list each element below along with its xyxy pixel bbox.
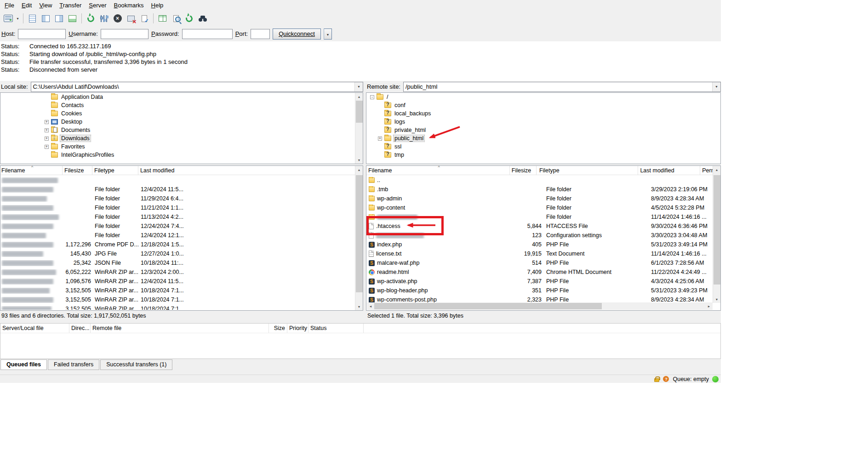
scroll-left-icon[interactable] xyxy=(367,302,374,310)
scroll-down-icon[interactable] xyxy=(355,303,363,310)
toggle-transfer-queue-button[interactable] xyxy=(66,12,79,24)
column-header-remote-file[interactable]: Remote file xyxy=(91,324,269,333)
vertical-scrollbar[interactable] xyxy=(355,166,363,310)
file-row[interactable]: wp-comments-post.php 2,323 PHP File 8/9/… xyxy=(367,295,713,302)
file-row[interactable]: wp-activate.php 7,387 PHP File 4/3/2024 … xyxy=(367,277,713,286)
queue-tab[interactable]: Successful transfers (1) xyxy=(100,359,172,370)
tree-item[interactable]: tmp xyxy=(366,151,720,159)
file-row[interactable]: File folder 11/21/2024 1:1... xyxy=(1,203,355,212)
file-row[interactable]: wp-admin File folder 8/9/2023 4:28:34 AM… xyxy=(367,194,713,203)
column-header-last-modified[interactable]: Last modified xyxy=(638,166,700,175)
file-row[interactable] xyxy=(1,176,355,185)
file-row[interactable]: index.php 405 PHP File 5/31/2023 3:49:14… xyxy=(367,240,713,249)
tree-item[interactable]: conf xyxy=(366,101,720,109)
tree-item[interactable]: IntelGraphicsProfiles xyxy=(0,151,363,159)
column-header-filename[interactable]: Filename xyxy=(366,166,510,175)
menu-item[interactable]: Help xyxy=(148,0,167,10)
scroll-up-icon[interactable] xyxy=(355,93,363,100)
column-header-server-local-file[interactable]: Server/Local file xyxy=(0,324,69,333)
local-site-combobox[interactable]: C:\Users\Abdul Latif\Downloads\ xyxy=(31,82,363,92)
file-row[interactable]: license.txt 19,915 Text Document 11/14/2… xyxy=(367,249,713,258)
expander-icon[interactable]: + xyxy=(45,120,49,124)
file-row[interactable]: malcare-waf.php 514 PHP File 6/1/2023 7:… xyxy=(367,258,713,267)
vertical-scrollbar[interactable] xyxy=(713,166,720,303)
tree-item[interactable]: private_html xyxy=(366,126,720,134)
chevron-down-icon[interactable] xyxy=(712,82,720,91)
horizontal-scrollbar[interactable] xyxy=(367,302,713,310)
expander-icon[interactable]: + xyxy=(45,128,49,132)
quickconnect-dropdown-icon[interactable] xyxy=(324,28,332,40)
menu-item[interactable]: File xyxy=(1,0,18,10)
file-row[interactable]: 3,152,505 WinRAR ZIP ar 10/18/2024 7:1 xyxy=(1,304,355,310)
toggle-message-log-button[interactable] xyxy=(26,12,39,24)
host-input[interactable] xyxy=(18,29,66,39)
scrollbar-thumb[interactable] xyxy=(356,175,363,292)
expander-icon[interactable]: - xyxy=(370,95,374,99)
file-row[interactable]: File folder 12/4/2024 11:5... xyxy=(1,185,355,194)
tree-item[interactable]: Contacts xyxy=(0,101,363,109)
tree-item[interactable]: + public_html xyxy=(366,134,720,142)
scroll-down-icon[interactable] xyxy=(355,156,363,164)
tree-item[interactable]: ssl xyxy=(366,142,720,151)
file-row[interactable]: 1,172,296 Chrome PDF D... 12/18/2024 1:5… xyxy=(1,240,355,249)
file-row[interactable]: 6,052,222 WinRAR ZIP ar... 12/3/2024 2:0… xyxy=(1,267,355,277)
scroll-down-icon[interactable] xyxy=(713,296,720,303)
menu-item[interactable]: Bookmarks xyxy=(110,0,148,10)
file-row[interactable]: .. xyxy=(367,176,713,185)
chevron-down-icon[interactable] xyxy=(354,82,363,91)
column-header-filename[interactable]: Filename xyxy=(0,166,63,175)
menu-item[interactable]: Transfer xyxy=(56,0,85,10)
toggle-remote-tree-button[interactable] xyxy=(53,12,65,24)
queue-tab[interactable]: Failed transfers xyxy=(48,359,99,370)
scroll-up-icon[interactable] xyxy=(713,166,720,173)
column-header-filetype[interactable]: Filetype xyxy=(92,166,138,175)
file-row[interactable]: File folder 11/13/2024 4:2... xyxy=(1,212,355,222)
column-header-direction[interactable]: Direc... xyxy=(69,324,91,333)
directory-comparison-button[interactable] xyxy=(156,12,169,24)
file-row[interactable]: wp-content File folder 4/5/2024 5:32:28 … xyxy=(367,203,713,212)
scroll-right-icon[interactable] xyxy=(705,302,713,310)
synchronized-browsing-button[interactable] xyxy=(170,12,182,24)
menu-item[interactable]: View xyxy=(35,0,56,10)
file-row[interactable]: 3,152,505 WinRAR ZIP ar... 10/18/2024 7:… xyxy=(1,295,355,304)
column-header-filetype[interactable]: Filetype xyxy=(537,166,639,175)
site-manager-button[interactable] xyxy=(2,12,14,24)
quickconnect-button[interactable]: Quickconnect xyxy=(273,28,321,40)
file-row[interactable]: File folder 11/29/2024 6:4... xyxy=(1,194,355,203)
column-header-filesize[interactable]: Filesize xyxy=(510,166,537,175)
file-row[interactable]: File folder 12/24/2024 7:4... xyxy=(1,222,355,231)
toggle-local-tree-button[interactable] xyxy=(40,12,52,24)
tree-item[interactable]: + Downloads xyxy=(0,134,363,142)
expander-icon[interactable]: + xyxy=(45,145,49,149)
file-row[interactable]: readme.html 7,409 Chrome HTML Document 1… xyxy=(367,267,713,277)
refresh-button[interactable] xyxy=(85,12,97,24)
file-row[interactable]: 3,152,505 WinRAR ZIP ar... 10/18/2024 7:… xyxy=(1,286,355,295)
site-manager-dropdown-icon[interactable] xyxy=(15,12,21,24)
scroll-up-icon[interactable] xyxy=(355,166,363,173)
file-row[interactable]: .tmb File folder 3/29/2023 2:19:06 PM dr… xyxy=(367,185,713,194)
scrollbar-thumb[interactable] xyxy=(714,175,720,285)
tree-item[interactable]: + Favorites xyxy=(0,142,363,151)
expander-icon[interactable]: + xyxy=(45,137,49,141)
column-header-last-modified[interactable]: Last modified xyxy=(138,166,363,175)
menu-item[interactable]: Edit xyxy=(18,0,35,10)
username-input[interactable] xyxy=(101,29,148,39)
tree-item[interactable]: Cookies xyxy=(0,109,363,118)
file-row[interactable]: 123 Configuration settings 3/30/2023 3:0… xyxy=(367,231,713,240)
file-row[interactable]: 1,096,576 WinRAR ZIP ar... 12/4/2024 11:… xyxy=(1,277,355,286)
scrollbar-thumb[interactable] xyxy=(374,303,602,309)
file-row[interactable]: wp-blog-header.php 351 PHP File 5/31/202… xyxy=(367,286,713,295)
queue-tab[interactable]: Queued files xyxy=(0,359,47,370)
password-input[interactable] xyxy=(182,29,233,39)
tree-item[interactable]: + Documents xyxy=(0,126,363,134)
disconnect-button[interactable] xyxy=(125,12,137,24)
tree-item[interactable]: + Desktop xyxy=(0,118,363,126)
find-files-button[interactable] xyxy=(196,12,209,24)
scrollbar-thumb[interactable] xyxy=(356,101,363,123)
vertical-scrollbar[interactable] xyxy=(355,93,363,164)
file-row[interactable]: File folder 12/4/2024 12:1... xyxy=(1,231,355,240)
column-header-size[interactable]: Size xyxy=(269,324,287,333)
file-row[interactable]: 145,430 JPG File 12/27/2024 1:0... xyxy=(1,249,355,258)
tree-item[interactable]: - / xyxy=(366,93,720,101)
file-row[interactable]: File folder 11/14/2024 1:46:16 ... drw xyxy=(367,212,713,222)
